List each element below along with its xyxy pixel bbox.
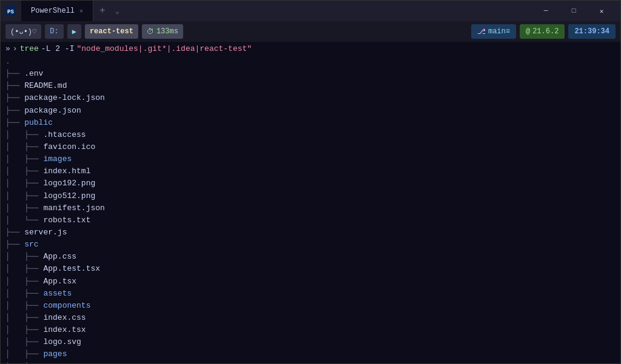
- tree-item: │ ├── logo512.png: [5, 190, 616, 202]
- prompt-arrow1: »: [5, 44, 10, 53]
- tree-item: │ ├── react-app-env.d.ts: [5, 361, 616, 363]
- tree-connector: │ ├──: [5, 190, 43, 202]
- tree-item: │ ├── index.css: [5, 312, 616, 324]
- face-segment: (•ᴗ•)♡: [5, 24, 41, 39]
- git-branch: main≡: [488, 27, 510, 36]
- tree-connector: │ ├──: [5, 177, 43, 190]
- command-cmd: tree: [20, 44, 39, 53]
- clock-time: 21:39:34: [574, 27, 609, 36]
- prompt-bar: (•ᴗ•)♡ D: ▶ react-test ⏱ 133ms ⎇ main≡: [1, 21, 620, 42]
- tree-file-name: .env: [24, 68, 43, 80]
- tree-file-name: manifest.json: [43, 202, 104, 214]
- tree-connector: │ ├──: [5, 324, 43, 336]
- drive-label: D:: [50, 27, 58, 36]
- tree-item: ├── public: [5, 117, 616, 129]
- tree-connector: │ ├──: [5, 263, 43, 275]
- prompt-arrow2: ›: [13, 44, 18, 53]
- tree-item: │ ├── index.html: [5, 165, 616, 177]
- folder-segment: react-test: [85, 24, 138, 39]
- tree-file-name: server.js: [24, 227, 67, 239]
- tree-root: .: [5, 56, 616, 68]
- tree-file-name: App.tsx: [43, 276, 76, 288]
- root-connector: .: [5, 56, 10, 68]
- minimize-button[interactable]: ─: [532, 1, 560, 21]
- terminal-output[interactable]: . ├── .env├── README.md├── package-lock.…: [1, 55, 620, 363]
- tree-connector: │ ├──: [5, 202, 43, 214]
- new-tab-button[interactable]: +: [93, 5, 112, 16]
- tree-item: │ ├── logo192.png: [5, 177, 616, 190]
- drive-segment: D:: [45, 24, 63, 39]
- svg-text:PS: PS: [7, 9, 14, 15]
- tree-item: ├── src: [5, 239, 616, 251]
- git-segment: ⎇ main≡: [471, 24, 516, 39]
- tree-output: . ├── .env├── README.md├── package-lock.…: [5, 56, 616, 363]
- tab-dropdown-button[interactable]: ⌄: [112, 7, 123, 16]
- tree-connector: ├──: [5, 80, 24, 92]
- maximize-button[interactable]: □: [560, 1, 588, 21]
- tree-file-name: logo192.png: [43, 177, 95, 190]
- tree-connector: ├──: [5, 117, 24, 129]
- tree-file-name: package.json: [24, 105, 81, 117]
- tree-item: │ ├── favicon.ico: [5, 141, 616, 153]
- tree-file-name: App.css: [43, 251, 76, 263]
- tree-file-name: App.test.tsx: [43, 263, 100, 275]
- face-emoji: (•ᴗ•)♡: [10, 27, 36, 36]
- tab-powershell[interactable]: PowerShell ✕: [21, 1, 93, 21]
- tree-connector: │ └──: [5, 214, 43, 227]
- tree-connector: │ ├──: [5, 129, 43, 141]
- prompt-right: ⎇ main≡ @ 21.6.2 21:39:34: [471, 24, 616, 39]
- tree-connector: │ ├──: [5, 336, 43, 348]
- command-args: -L 2 -I: [41, 44, 75, 53]
- tree-item: │ ├── images: [5, 153, 616, 165]
- node-segment: @ 21.6.2: [520, 24, 565, 39]
- tree-item: │ ├── assets: [5, 288, 616, 300]
- tree-connector: │ ├──: [5, 276, 43, 288]
- close-button[interactable]: ✕: [588, 1, 616, 21]
- tree-connector: │ ├──: [5, 251, 43, 263]
- app-icon: PS: [5, 5, 16, 16]
- tree-connector: ├──: [5, 105, 24, 117]
- tree-connector: ├──: [5, 227, 24, 239]
- tree-file-name: index.html: [43, 165, 90, 177]
- tree-connector: ├──: [5, 92, 24, 104]
- tree-file-name: index.css: [43, 312, 86, 324]
- tab-area: PowerShell ✕ + ⌄: [21, 1, 123, 21]
- tree-item: ├── package-lock.json: [5, 92, 616, 104]
- tree-directory-name: assets: [43, 288, 72, 300]
- time-icon: ⏱: [147, 27, 154, 36]
- command-line: » › tree -L 2 -I "node_modules|.git*|.id…: [1, 42, 620, 55]
- tree-directory-name: components: [43, 300, 90, 312]
- tree-file-name: robots.txt: [43, 214, 90, 227]
- path-icon: ▶: [72, 27, 76, 36]
- tab-close-button[interactable]: ✕: [79, 7, 83, 15]
- tree-item: │ ├── .htaccess: [5, 129, 616, 141]
- tree-item: │ ├── App.css: [5, 251, 616, 263]
- tree-item: │ └── robots.txt: [5, 214, 616, 227]
- time-value: 133ms: [156, 27, 178, 36]
- tree-item: ├── .env: [5, 68, 616, 80]
- node-at: @: [526, 27, 530, 36]
- window-controls: ─ □ ✕: [532, 1, 616, 21]
- tree-directory-name: pages: [43, 348, 67, 360]
- tree-item: │ ├── manifest.json: [5, 202, 616, 214]
- tree-file-name: .htaccess: [43, 129, 86, 141]
- tree-item: │ ├── App.test.tsx: [5, 263, 616, 275]
- folder-name: react-test: [90, 27, 133, 36]
- tree-item: │ ├── components: [5, 300, 616, 312]
- tree-connector: ├──: [5, 239, 24, 251]
- tree-connector: ├──: [5, 68, 24, 80]
- clock-segment: 21:39:34: [568, 24, 616, 39]
- tree-connector: │ ├──: [5, 288, 43, 300]
- tree-connector: │ ├──: [5, 361, 43, 363]
- tree-file-name: react-app-env.d.ts: [43, 361, 128, 363]
- tree-file-name: favicon.ico: [43, 141, 95, 153]
- tab-label: PowerShell: [31, 7, 75, 15]
- tree-file-name: README.md: [24, 80, 67, 92]
- tree-file-name: package-lock.json: [24, 92, 105, 104]
- tree-connector: │ ├──: [5, 165, 43, 177]
- git-icon: ⎇: [477, 27, 486, 36]
- node-version: 21.6.2: [532, 27, 559, 36]
- tree-item: ├── README.md: [5, 80, 616, 92]
- tree-item: ├── server.js: [5, 227, 616, 239]
- tree-item: │ ├── index.tsx: [5, 324, 616, 336]
